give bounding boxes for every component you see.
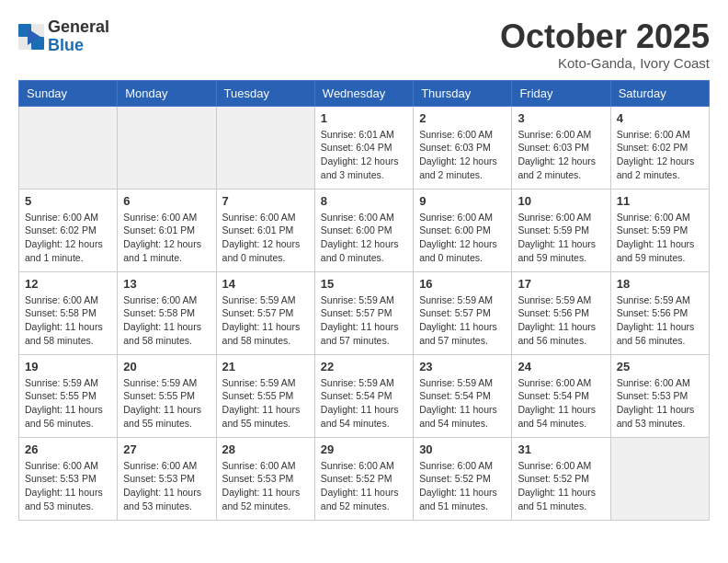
calendar-cell: 10Sunrise: 6:00 AM Sunset: 5:59 PM Dayli… (512, 189, 610, 271)
day-number: 22 (321, 360, 407, 373)
day-number: 7 (222, 194, 309, 208)
calendar-week-1: 1Sunrise: 6:01 AM Sunset: 6:04 PM Daylig… (19, 106, 710, 189)
logo-text: General Blue (48, 18, 109, 55)
calendar-cell: 1Sunrise: 6:01 AM Sunset: 6:04 PM Daylig… (314, 106, 413, 189)
day-info: Sunrise: 6:00 AM Sunset: 5:58 PM Dayligh… (25, 293, 111, 348)
calendar-cell: 2Sunrise: 6:00 AM Sunset: 6:03 PM Daylig… (414, 106, 512, 189)
day-info: Sunrise: 6:00 AM Sunset: 6:03 PM Dayligh… (518, 128, 604, 182)
calendar-cell: 14Sunrise: 5:59 AM Sunset: 5:57 PM Dayli… (216, 271, 314, 354)
day-info: Sunrise: 6:00 AM Sunset: 5:54 PM Dayligh… (518, 376, 604, 431)
day-info: Sunrise: 6:00 AM Sunset: 5:52 PM Dayligh… (321, 459, 407, 513)
calendar-cell: 12Sunrise: 6:00 AM Sunset: 5:58 PM Dayli… (19, 271, 118, 354)
calendar-cell: 15Sunrise: 5:59 AM Sunset: 5:57 PM Dayli… (314, 271, 413, 354)
day-info: Sunrise: 6:00 AM Sunset: 6:03 PM Dayligh… (419, 128, 506, 182)
day-info: Sunrise: 5:59 AM Sunset: 5:54 PM Dayligh… (419, 376, 506, 431)
calendar-cell: 23Sunrise: 5:59 AM Sunset: 5:54 PM Dayli… (414, 354, 512, 437)
page-header: General Blue October 2025 Koto-Ganda, Iv… (18, 18, 710, 71)
day-number: 1 (321, 111, 407, 125)
day-number: 2 (419, 111, 506, 125)
calendar-cell: 22Sunrise: 5:59 AM Sunset: 5:54 PM Dayli… (314, 354, 413, 437)
day-info: Sunrise: 6:00 AM Sunset: 6:02 PM Dayligh… (617, 128, 703, 182)
day-number: 19 (25, 360, 111, 373)
day-info: Sunrise: 6:00 AM Sunset: 6:01 PM Dayligh… (123, 211, 210, 265)
calendar-cell: 29Sunrise: 6:00 AM Sunset: 5:52 PM Dayli… (314, 437, 413, 520)
calendar-cell: 17Sunrise: 5:59 AM Sunset: 5:56 PM Dayli… (512, 271, 610, 354)
day-info: Sunrise: 6:00 AM Sunset: 5:58 PM Dayligh… (123, 293, 210, 348)
logo-general: General (48, 18, 109, 37)
month-title: October 2025 (500, 18, 710, 55)
calendar-table: SundayMondayTuesdayWednesdayThursdayFrid… (18, 80, 710, 521)
day-number: 5 (25, 194, 111, 208)
calendar-cell (216, 106, 314, 189)
logo-icon (18, 24, 44, 50)
calendar-cell: 19Sunrise: 5:59 AM Sunset: 5:55 PM Dayli… (19, 354, 118, 437)
day-info: Sunrise: 5:59 AM Sunset: 5:56 PM Dayligh… (518, 293, 604, 348)
calendar-cell: 28Sunrise: 6:00 AM Sunset: 5:53 PM Dayli… (216, 437, 314, 520)
day-info: Sunrise: 6:01 AM Sunset: 6:04 PM Dayligh… (321, 128, 407, 182)
calendar-week-2: 5Sunrise: 6:00 AM Sunset: 6:02 PM Daylig… (19, 189, 710, 271)
day-number: 13 (123, 277, 210, 291)
day-info: Sunrise: 6:00 AM Sunset: 5:53 PM Dayligh… (222, 459, 309, 513)
day-number: 17 (518, 277, 604, 291)
day-info: Sunrise: 6:00 AM Sunset: 5:59 PM Dayligh… (518, 211, 604, 265)
day-info: Sunrise: 5:59 AM Sunset: 5:55 PM Dayligh… (222, 376, 309, 431)
calendar-cell: 5Sunrise: 6:00 AM Sunset: 6:02 PM Daylig… (19, 189, 118, 271)
day-info: Sunrise: 6:00 AM Sunset: 5:53 PM Dayligh… (123, 459, 210, 513)
day-info: Sunrise: 6:00 AM Sunset: 5:59 PM Dayligh… (617, 211, 703, 265)
day-info: Sunrise: 6:00 AM Sunset: 6:00 PM Dayligh… (321, 211, 407, 265)
day-info: Sunrise: 6:00 AM Sunset: 6:00 PM Dayligh… (419, 211, 506, 265)
calendar-week-5: 26Sunrise: 6:00 AM Sunset: 5:53 PM Dayli… (19, 437, 710, 520)
day-number: 10 (518, 194, 604, 208)
day-number: 11 (617, 194, 703, 208)
logo: General Blue (18, 18, 109, 55)
day-number: 21 (222, 360, 309, 373)
day-number: 18 (617, 277, 703, 291)
calendar-header-row: SundayMondayTuesdayWednesdayThursdayFrid… (19, 80, 710, 106)
day-info: Sunrise: 5:59 AM Sunset: 5:56 PM Dayligh… (617, 293, 703, 348)
day-info: Sunrise: 5:59 AM Sunset: 5:57 PM Dayligh… (419, 293, 506, 348)
day-info: Sunrise: 5:59 AM Sunset: 5:57 PM Dayligh… (321, 293, 407, 348)
weekday-header-friday: Friday (512, 80, 610, 106)
calendar-week-4: 19Sunrise: 5:59 AM Sunset: 5:55 PM Dayli… (19, 354, 710, 437)
day-number: 26 (25, 442, 111, 456)
weekday-header-thursday: Thursday (414, 80, 512, 106)
calendar-cell: 11Sunrise: 6:00 AM Sunset: 5:59 PM Dayli… (610, 189, 709, 271)
calendar-cell: 4Sunrise: 6:00 AM Sunset: 6:02 PM Daylig… (610, 106, 709, 189)
day-number: 15 (321, 277, 407, 291)
location-subtitle: Koto-Ganda, Ivory Coast (500, 55, 710, 71)
day-info: Sunrise: 6:00 AM Sunset: 5:52 PM Dayligh… (518, 459, 604, 513)
logo-blue: Blue (48, 37, 109, 55)
day-info: Sunrise: 6:00 AM Sunset: 5:53 PM Dayligh… (25, 459, 111, 513)
day-number: 14 (222, 277, 309, 291)
day-number: 20 (123, 360, 210, 373)
day-info: Sunrise: 5:59 AM Sunset: 5:54 PM Dayligh… (321, 376, 407, 431)
day-info: Sunrise: 6:00 AM Sunset: 5:53 PM Dayligh… (617, 376, 703, 431)
day-number: 4 (617, 111, 703, 125)
day-number: 8 (321, 194, 407, 208)
calendar-cell: 6Sunrise: 6:00 AM Sunset: 6:01 PM Daylig… (118, 189, 216, 271)
calendar-cell: 9Sunrise: 6:00 AM Sunset: 6:00 PM Daylig… (414, 189, 512, 271)
day-number: 12 (25, 277, 111, 291)
day-info: Sunrise: 5:59 AM Sunset: 5:57 PM Dayligh… (222, 293, 309, 348)
day-number: 9 (419, 194, 506, 208)
calendar-cell (118, 106, 216, 189)
weekday-header-sunday: Sunday (19, 80, 118, 106)
day-number: 27 (123, 442, 210, 456)
calendar-cell: 24Sunrise: 6:00 AM Sunset: 5:54 PM Dayli… (512, 354, 610, 437)
calendar-cell: 27Sunrise: 6:00 AM Sunset: 5:53 PM Dayli… (118, 437, 216, 520)
day-info: Sunrise: 5:59 AM Sunset: 5:55 PM Dayligh… (123, 376, 210, 431)
calendar-cell (610, 437, 709, 520)
calendar-cell: 25Sunrise: 6:00 AM Sunset: 5:53 PM Dayli… (610, 354, 709, 437)
calendar-cell: 3Sunrise: 6:00 AM Sunset: 6:03 PM Daylig… (512, 106, 610, 189)
calendar-cell: 31Sunrise: 6:00 AM Sunset: 5:52 PM Dayli… (512, 437, 610, 520)
weekday-header-tuesday: Tuesday (216, 80, 314, 106)
day-number: 24 (518, 360, 604, 373)
day-info: Sunrise: 6:00 AM Sunset: 6:02 PM Dayligh… (25, 211, 111, 265)
calendar-cell: 8Sunrise: 6:00 AM Sunset: 6:00 PM Daylig… (314, 189, 413, 271)
day-info: Sunrise: 6:00 AM Sunset: 5:52 PM Dayligh… (419, 459, 506, 513)
day-number: 31 (518, 442, 604, 456)
calendar-cell (19, 106, 118, 189)
weekday-header-wednesday: Wednesday (314, 80, 413, 106)
day-number: 3 (518, 111, 604, 125)
calendar-cell: 13Sunrise: 6:00 AM Sunset: 5:58 PM Dayli… (118, 271, 216, 354)
